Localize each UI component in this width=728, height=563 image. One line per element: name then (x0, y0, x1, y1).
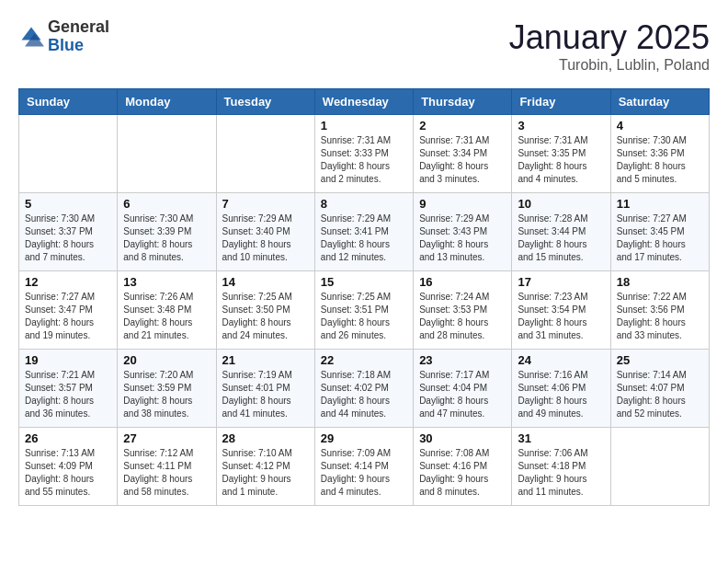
location: Turobin, Lublin, Poland (509, 57, 710, 74)
day-number: 24 (518, 353, 604, 367)
calendar-cell: 27Sunrise: 7:12 AM Sunset: 4:11 PM Dayli… (118, 428, 216, 506)
day-number: 10 (518, 197, 604, 211)
calendar-cell: 24Sunrise: 7:16 AM Sunset: 4:06 PM Dayli… (512, 350, 610, 428)
day-info: Sunrise: 7:22 AM Sunset: 3:56 PM Dayligh… (617, 291, 703, 342)
day-number: 3 (518, 119, 604, 132)
weekday-header-wednesday: Wednesday (314, 89, 413, 115)
day-info: Sunrise: 7:30 AM Sunset: 3:37 PM Dayligh… (25, 213, 111, 264)
day-info: Sunrise: 7:14 AM Sunset: 4:07 PM Dayligh… (617, 369, 703, 420)
calendar-week-1: 1Sunrise: 7:31 AM Sunset: 3:33 PM Daylig… (19, 115, 710, 193)
day-info: Sunrise: 7:21 AM Sunset: 3:57 PM Dayligh… (25, 369, 111, 420)
day-number: 4 (617, 119, 703, 132)
day-number: 22 (321, 353, 407, 367)
day-info: Sunrise: 7:29 AM Sunset: 3:43 PM Dayligh… (419, 213, 506, 264)
day-info: Sunrise: 7:29 AM Sunset: 3:40 PM Dayligh… (222, 213, 309, 264)
day-info: Sunrise: 7:26 AM Sunset: 3:48 PM Dayligh… (123, 291, 210, 342)
day-info: Sunrise: 7:25 AM Sunset: 3:51 PM Dayligh… (321, 291, 407, 342)
calendar-cell: 20Sunrise: 7:20 AM Sunset: 3:59 PM Dayli… (118, 350, 216, 428)
calendar-cell: 7Sunrise: 7:29 AM Sunset: 3:40 PM Daylig… (216, 193, 314, 271)
day-info: Sunrise: 7:27 AM Sunset: 3:47 PM Dayligh… (25, 291, 111, 342)
day-number: 16 (419, 275, 506, 289)
day-number: 21 (222, 353, 309, 367)
calendar-cell: 28Sunrise: 7:10 AM Sunset: 4:12 PM Dayli… (216, 428, 314, 506)
calendar-cell: 22Sunrise: 7:18 AM Sunset: 4:02 PM Dayli… (314, 350, 413, 428)
calendar-cell: 12Sunrise: 7:27 AM Sunset: 3:47 PM Dayli… (19, 271, 118, 350)
logo-text: General Blue (48, 18, 109, 55)
calendar-week-2: 5Sunrise: 7:30 AM Sunset: 3:37 PM Daylig… (19, 193, 710, 271)
day-number: 19 (25, 353, 111, 367)
day-info: Sunrise: 7:31 AM Sunset: 3:34 PM Dayligh… (419, 134, 506, 186)
calendar-week-5: 26Sunrise: 7:13 AM Sunset: 4:09 PM Dayli… (19, 428, 710, 506)
logo: General Blue (18, 18, 109, 55)
day-number: 5 (25, 197, 111, 211)
logo-icon (18, 24, 44, 50)
day-number: 15 (321, 275, 407, 289)
weekday-header-thursday: Thursday (414, 89, 512, 115)
day-number: 27 (123, 431, 210, 445)
calendar-cell: 14Sunrise: 7:25 AM Sunset: 3:50 PM Dayli… (216, 271, 314, 350)
calendar-cell: 2Sunrise: 7:31 AM Sunset: 3:34 PM Daylig… (414, 115, 512, 193)
calendar-cell (118, 115, 216, 193)
calendar-cell (19, 115, 118, 193)
day-info: Sunrise: 7:23 AM Sunset: 3:54 PM Dayligh… (518, 291, 604, 342)
calendar-cell: 30Sunrise: 7:08 AM Sunset: 4:16 PM Dayli… (414, 428, 512, 506)
calendar-cell: 31Sunrise: 7:06 AM Sunset: 4:18 PM Dayli… (512, 428, 610, 506)
calendar-cell: 8Sunrise: 7:29 AM Sunset: 3:41 PM Daylig… (314, 193, 413, 271)
day-number: 2 (419, 119, 506, 132)
day-info: Sunrise: 7:06 AM Sunset: 4:18 PM Dayligh… (518, 447, 604, 499)
calendar-cell (610, 428, 709, 506)
day-info: Sunrise: 7:31 AM Sunset: 3:33 PM Dayligh… (321, 134, 407, 186)
day-info: Sunrise: 7:29 AM Sunset: 3:41 PM Dayligh… (321, 213, 407, 264)
day-number: 28 (222, 431, 309, 445)
day-number: 14 (222, 275, 309, 289)
day-info: Sunrise: 7:24 AM Sunset: 3:53 PM Dayligh… (419, 291, 506, 342)
day-info: Sunrise: 7:28 AM Sunset: 3:44 PM Dayligh… (518, 213, 604, 264)
calendar-cell: 11Sunrise: 7:27 AM Sunset: 3:45 PM Dayli… (610, 193, 709, 271)
calendar-cell: 9Sunrise: 7:29 AM Sunset: 3:43 PM Daylig… (414, 193, 512, 271)
calendar-week-4: 19Sunrise: 7:21 AM Sunset: 3:57 PM Dayli… (19, 350, 710, 428)
day-number: 26 (25, 431, 111, 445)
day-number: 17 (518, 275, 604, 289)
calendar-cell: 16Sunrise: 7:24 AM Sunset: 3:53 PM Dayli… (414, 271, 512, 350)
day-number: 31 (518, 431, 604, 445)
weekday-header-saturday: Saturday (610, 89, 709, 115)
day-info: Sunrise: 7:16 AM Sunset: 4:06 PM Dayligh… (518, 369, 604, 420)
day-number: 9 (419, 197, 506, 211)
month-title: January 2025 (509, 18, 710, 57)
calendar-cell: 25Sunrise: 7:14 AM Sunset: 4:07 PM Dayli… (610, 350, 709, 428)
day-number: 1 (321, 119, 407, 132)
day-info: Sunrise: 7:20 AM Sunset: 3:59 PM Dayligh… (123, 369, 210, 420)
calendar-cell: 5Sunrise: 7:30 AM Sunset: 3:37 PM Daylig… (19, 193, 118, 271)
calendar-cell: 15Sunrise: 7:25 AM Sunset: 3:51 PM Dayli… (314, 271, 413, 350)
calendar-cell: 13Sunrise: 7:26 AM Sunset: 3:48 PM Dayli… (118, 271, 216, 350)
day-number: 18 (617, 275, 703, 289)
day-info: Sunrise: 7:09 AM Sunset: 4:14 PM Dayligh… (321, 447, 407, 499)
day-number: 12 (25, 275, 111, 289)
weekday-header-sunday: Sunday (19, 89, 118, 115)
day-info: Sunrise: 7:08 AM Sunset: 4:16 PM Dayligh… (419, 447, 506, 499)
calendar-cell (216, 115, 314, 193)
calendar-cell: 21Sunrise: 7:19 AM Sunset: 4:01 PM Dayli… (216, 350, 314, 428)
day-info: Sunrise: 7:27 AM Sunset: 3:45 PM Dayligh… (617, 213, 703, 264)
calendar-cell: 10Sunrise: 7:28 AM Sunset: 3:44 PM Dayli… (512, 193, 610, 271)
day-info: Sunrise: 7:19 AM Sunset: 4:01 PM Dayligh… (222, 369, 309, 420)
calendar-cell: 23Sunrise: 7:17 AM Sunset: 4:04 PM Dayli… (414, 350, 512, 428)
calendar-cell: 4Sunrise: 7:30 AM Sunset: 3:36 PM Daylig… (610, 115, 709, 193)
calendar-cell: 6Sunrise: 7:30 AM Sunset: 3:39 PM Daylig… (118, 193, 216, 271)
day-info: Sunrise: 7:30 AM Sunset: 3:36 PM Dayligh… (617, 134, 703, 186)
day-number: 13 (123, 275, 210, 289)
weekday-header-tuesday: Tuesday (216, 89, 314, 115)
weekday-header-monday: Monday (118, 89, 216, 115)
day-info: Sunrise: 7:31 AM Sunset: 3:35 PM Dayligh… (518, 134, 604, 186)
day-number: 11 (617, 197, 703, 211)
day-info: Sunrise: 7:18 AM Sunset: 4:02 PM Dayligh… (321, 369, 407, 420)
calendar-cell: 17Sunrise: 7:23 AM Sunset: 3:54 PM Dayli… (512, 271, 610, 350)
day-number: 6 (123, 197, 210, 211)
day-number: 7 (222, 197, 309, 211)
calendar-cell: 3Sunrise: 7:31 AM Sunset: 3:35 PM Daylig… (512, 115, 610, 193)
calendar-table: SundayMondayTuesdayWednesdayThursdayFrid… (18, 88, 710, 506)
day-number: 29 (321, 431, 407, 445)
day-number: 25 (617, 353, 703, 367)
day-info: Sunrise: 7:17 AM Sunset: 4:04 PM Dayligh… (419, 369, 506, 420)
day-info: Sunrise: 7:30 AM Sunset: 3:39 PM Dayligh… (123, 213, 210, 264)
